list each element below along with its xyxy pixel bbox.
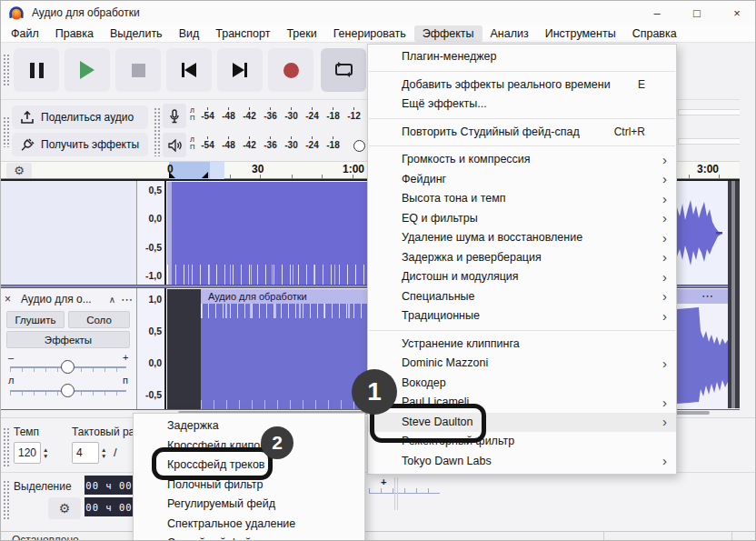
meter-slider-knob[interactable] xyxy=(353,140,365,152)
effects-menu-item[interactable]: › xyxy=(369,145,675,146)
mute-button[interactable]: Глушить xyxy=(6,311,65,328)
effects-menu-item[interactable]: EQ и фильтры › xyxy=(368,209,676,229)
vertical-scrollbar[interactable] xyxy=(728,181,740,408)
track-2-control-panel[interactable]: × Аудио для о... ∧ ⋯ Глушить Соло Эффект… xyxy=(1,288,137,409)
menubar: ФайлПравкаВыделитьВидТранспортТрекиГенер… xyxy=(1,25,756,43)
effects-menu-item[interactable]: Dominic Mazzoni › xyxy=(368,354,676,374)
selection-settings-button[interactable]: ⚙ xyxy=(48,497,81,519)
selection-toolbar-grip[interactable] xyxy=(3,480,9,520)
loop-button[interactable] xyxy=(321,48,366,92)
playback-meter-scale[interactable]: -54-48-42-36-30-24-18 xyxy=(197,140,366,150)
track-2-waveform-end[interactable] xyxy=(677,304,728,409)
mini-plus-label[interactable]: + xyxy=(381,476,386,487)
track-close-icon[interactable]: × xyxy=(5,293,17,306)
loop-icon xyxy=(333,61,354,79)
effects-menu-item[interactable]: Задержка и реверберация › xyxy=(368,248,676,268)
playback-meter-button[interactable] xyxy=(163,133,186,157)
gain-slider-knob[interactable] xyxy=(61,360,75,374)
selection-end-field[interactable]: 00 ч 00 xyxy=(85,497,134,516)
spin-up-icon[interactable]: ▲ xyxy=(101,446,106,453)
spin-down-icon[interactable]: ▼ xyxy=(43,453,48,459)
gain-minus-label: – xyxy=(8,352,14,363)
pan-right-label: п xyxy=(123,375,128,386)
timeline-settings-button[interactable]: ⚙ xyxy=(6,163,32,178)
menubar-item[interactable]: Треки xyxy=(278,25,324,42)
menubar-item[interactable]: Эффекты xyxy=(414,25,482,42)
timeline-selection-extension[interactable] xyxy=(210,162,224,179)
tempo-value[interactable]: 120 xyxy=(14,442,41,464)
effects-menu-item[interactable]: › xyxy=(369,118,675,119)
toolbar-grip[interactable] xyxy=(3,54,9,86)
selection-handle-left[interactable] xyxy=(169,172,175,178)
submenu-item[interactable]: Задержка xyxy=(134,416,364,436)
effects-menu-item[interactable]: Ещё эффекты... › xyxy=(368,95,676,115)
pan-slider-knob[interactable] xyxy=(61,384,75,397)
pause-button[interactable] xyxy=(14,48,59,92)
track-name[interactable]: Аудио для о... xyxy=(21,293,109,306)
effects-menu-item[interactable]: Плагин-менеджер › xyxy=(368,47,676,67)
selection-start-field[interactable]: 00 ч 00 xyxy=(85,476,134,495)
collapse-chevron-icon[interactable]: ∧ xyxy=(109,295,115,305)
track-1-control-panel[interactable] xyxy=(1,181,137,285)
toolbar-grip[interactable] xyxy=(3,116,9,147)
selection-handle-right[interactable] xyxy=(202,172,208,178)
menubar-item[interactable]: Вид xyxy=(171,25,208,42)
effects-button[interactable]: Эффекты xyxy=(6,331,130,348)
menubar-item[interactable]: Правка xyxy=(47,25,102,42)
effects-menu-item[interactable]: Вокодер › xyxy=(368,374,676,394)
record-meter-button[interactable] xyxy=(163,104,186,128)
clip-menu-icon[interactable]: ⋯ xyxy=(701,289,715,303)
minimize-button[interactable]: – xyxy=(637,1,677,25)
effects-menu-item[interactable]: Tokyo Dawn Labs › xyxy=(368,452,676,472)
menubar-item[interactable]: Выделить xyxy=(102,25,171,42)
effects-menu-item[interactable]: Дистошн и модуляция › xyxy=(368,267,676,287)
meter-grip[interactable] xyxy=(154,107,160,156)
share-audio-button[interactable]: Поделиться аудио xyxy=(12,105,148,129)
effects-menu-item[interactable]: Специальные › xyxy=(368,287,676,307)
effects-menu-item[interactable]: Повторить Студийный фейд-спад Ctrl+R › xyxy=(368,123,676,143)
effects-menu-item[interactable]: Громкость и компрессия › xyxy=(368,150,676,170)
submenu-arrow-icon: › xyxy=(658,248,667,266)
get-effects-button[interactable]: Получить эффекты xyxy=(12,133,148,156)
menubar-item[interactable]: Инструменты xyxy=(537,25,624,42)
effects-menu-item[interactable]: Устранение клиппинга › xyxy=(368,335,676,355)
spin-down-icon[interactable]: ▼ xyxy=(101,453,106,459)
menubar-item[interactable]: Транспорт xyxy=(207,25,278,42)
skip-to-end-button[interactable] xyxy=(217,48,263,92)
effects-menu-item[interactable]: › xyxy=(369,330,675,331)
effects-menu-item[interactable]: Высота тона и темп › xyxy=(368,189,676,209)
record-button[interactable] xyxy=(268,48,313,92)
stop-button[interactable] xyxy=(115,48,161,92)
close-button[interactable]: × xyxy=(717,1,756,25)
submenu-item[interactable]: Спектральное удаление xyxy=(134,515,364,535)
effects-menu-item[interactable]: Удаление шума и восстановление › xyxy=(368,228,676,248)
track-2-empty-area[interactable] xyxy=(167,289,201,409)
effects-menu-item[interactable]: Традиционные › xyxy=(368,306,676,326)
submenu-item[interactable]: Студийный фейд-спад xyxy=(134,534,364,541)
menubar-item[interactable]: Файл xyxy=(3,25,47,42)
time-signature-upper-value[interactable]: 4 xyxy=(72,442,99,464)
track-menu-icon[interactable]: ⋯ xyxy=(121,293,134,306)
menubar-item[interactable]: Генерировать xyxy=(325,25,414,42)
menubar-item[interactable]: Справка xyxy=(624,25,685,42)
tempo-toolbar-grip[interactable] xyxy=(3,427,9,467)
maximize-button[interactable]: □ xyxy=(677,1,717,25)
menubar-item[interactable]: Анализ xyxy=(482,25,537,42)
track-1-vertical-ruler[interactable]: 0,50,0-0,5-1,0 xyxy=(137,181,166,285)
record-meter-scale[interactable]: -54-48-42-36-30-24-18-12 xyxy=(197,111,366,121)
effects-menu-item[interactable]: Добавить эффекты реального времени E › xyxy=(368,75,676,95)
play-button[interactable] xyxy=(65,48,110,92)
effects-menu-item[interactable]: Фейдинг › xyxy=(368,170,676,190)
meter-scale-value: -48 xyxy=(218,111,239,121)
solo-button[interactable]: Соло xyxy=(68,311,130,328)
effects-menu-item[interactable]: › xyxy=(369,71,675,72)
submenu-item[interactable]: Регулируемый фейд xyxy=(134,495,364,515)
track-1-waveform-end[interactable] xyxy=(677,182,722,285)
skip-to-start-button[interactable] xyxy=(166,48,212,92)
audacity-logo-icon xyxy=(8,5,25,20)
time-signature-upper-spinner[interactable]: 4 ▲▼ xyxy=(72,442,106,464)
track-1-waveform[interactable] xyxy=(167,182,367,285)
spin-up-icon[interactable]: ▲ xyxy=(43,446,48,453)
track-2-vertical-ruler[interactable]: 1,00,50,0-0,5 xyxy=(137,288,166,409)
tempo-spinner[interactable]: 120 ▲▼ xyxy=(14,442,48,464)
